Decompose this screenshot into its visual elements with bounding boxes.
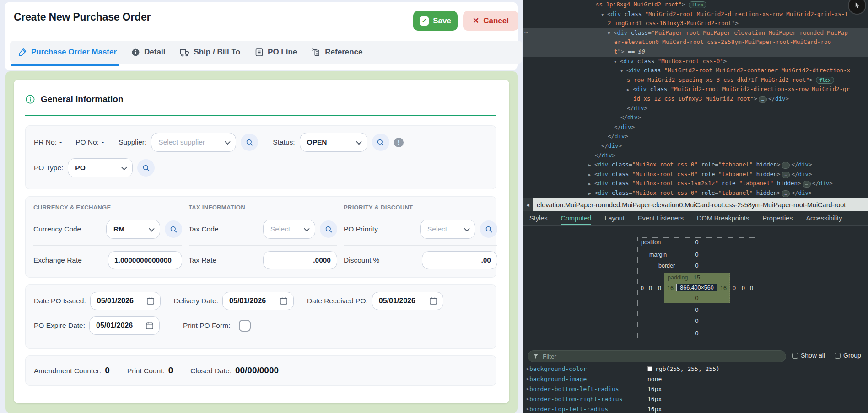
property-value: 16px [647,386,662,392]
tax-code-select[interactable]: Select [263,220,315,239]
property-name: background-image [529,375,587,382]
computed-property-row[interactable]: ▶background-colorrgb(255, 255, 255) [523,364,868,374]
tab-po-line[interactable]: PO Line [254,48,297,57]
property-value: none [647,375,662,382]
code-line[interactable]: ss-1pi8xg4-MuiGrid2-root">flex [523,0,868,10]
tree-arrow-icon[interactable]: ▶ [627,85,633,95]
code-line[interactable]: ▶<div class="MuiBox-root css-0" role="ta… [523,188,868,198]
code-line[interactable]: ▼<div class="MuiGrid2-root MuiGrid2-cont… [523,66,868,75]
tree-arrow-icon[interactable]: ▼ [601,10,607,20]
calendar-icon [145,321,154,330]
computed-property-row[interactable]: ▶border-bottom-left-radius16px [523,384,868,394]
info-circle-icon [25,94,35,104]
tree-arrow-icon[interactable]: ▶ [588,161,594,170]
devtools-tab-event-listeners[interactable]: Event Listeners [638,211,684,225]
tab-detail[interactable]: Detail [131,48,165,57]
computed-property-row[interactable]: ▶border-top-left-radius16px [523,404,868,413]
code-line[interactable]: ▶<div class="MuiGrid2-root MuiGrid2-dire… [523,85,868,94]
tree-arrow-icon[interactable]: ▶ [588,170,594,180]
tree-arrow-icon[interactable]: ▼ [608,29,614,38]
priority-search-button[interactable] [480,220,497,238]
supplier-label: Supplier: [119,138,146,146]
section-title: General Information [41,94,124,104]
code-line[interactable]: s-row MuiGrid2-spacing-xs-3 css-dkd71f-M… [523,75,868,85]
code-line[interactable]: </div> [523,132,868,141]
code-line[interactable]: </div> [523,123,868,132]
expand-arrow-icon[interactable]: ▶ [523,367,529,371]
po-type-select[interactable]: PO [68,158,133,177]
devtools-tab-accessibility[interactable]: Accessibility [806,211,842,225]
code-line[interactable]: </div> [523,141,868,151]
code-line[interactable]: </div> [523,104,868,113]
devtools-tab-dom-breakpoints[interactable]: DOM Breakpoints [697,211,749,225]
code-line[interactable]: ▼<div class="MuiBox-root css-0"> [523,57,868,66]
tree-arrow-icon[interactable]: ▼ [614,57,620,67]
status-label: Status: [273,138,295,146]
code-line[interactable]: </div> [523,113,868,123]
devtools-tab-properties[interactable]: Properties [762,211,793,225]
po-priority-select[interactable]: Select [420,220,475,239]
code-line[interactable]: t"> == $0 [523,47,868,57]
tab-reference[interactable]: Reference [311,47,362,57]
po-type-search-button[interactable] [137,159,155,177]
expand-arrow-icon[interactable]: ▶ [523,407,529,411]
devtools-tab-layout[interactable]: Layout [604,211,625,225]
code-line[interactable]: id-xs-12 css-16fnxy3-MuiGrid2-root">…</d… [523,94,868,104]
computed-property-row[interactable]: ▶border-bottom-right-radius16px [523,394,868,404]
tree-arrow-icon[interactable]: ▶ [588,189,594,198]
exchange-rate-label: Exchange Rate [33,256,82,264]
date-po-issued-input[interactable]: 05/01/2026 [90,292,161,310]
breadcrumb: elevation.MuiPaper-rounded.MuiPaper-elev… [533,201,846,209]
computed-property-row[interactable]: ▶background-imagenone [523,374,868,384]
code-line[interactable]: er-elevation0 MuiCard-root css-2s58ym-Mu… [523,38,868,47]
devtools-elements-tree[interactable]: ss-1pi8xg4-MuiGrid2-root">flex▼<div clas… [523,0,868,198]
status-select[interactable]: OPEN [300,133,367,152]
group-checkbox[interactable]: Group [835,352,861,359]
date-received-po-input[interactable]: 05/01/2026 [372,292,443,310]
box-model-position-ring: position 0 0 0 0 margin 0 0 0 0 border 0… [637,237,756,338]
filter-input[interactable] [528,350,786,362]
amendment-counter-label: Amendment Counter: [34,367,101,375]
print-po-form-label: Print PO Form: [183,322,230,330]
tax-search-button[interactable] [320,220,337,238]
tree-arrow-icon[interactable]: ▼ [620,66,626,76]
property-value: 16px [647,406,662,413]
supplier-search-button[interactable] [241,134,258,151]
search-icon [169,225,178,234]
tree-arrow-icon[interactable]: ▶ [588,179,594,189]
currency-code-select[interactable]: RM [106,220,160,239]
expand-arrow-icon[interactable]: ▶ [523,387,529,391]
purchase-order-app: Create New Purchase Order ✓ Save ✕ Cance… [0,0,523,413]
code-line[interactable]: ▶<div class="MuiBox-root css-1sm2s1z" ro… [523,179,868,188]
show-all-checkbox[interactable]: Show all [792,352,825,359]
tab-ship-bill-to[interactable]: Ship / Bill To [179,47,240,58]
tax-rate-label: Tax Rate [189,256,216,264]
expand-arrow-icon[interactable]: ▶ [523,397,529,401]
breadcrumb-back-button[interactable]: ◀ [523,198,533,211]
devtools-tab-computed[interactable]: Computed [561,211,592,225]
currency-search-button[interactable] [165,220,182,238]
code-line[interactable]: ▶<div class="MuiBox-root css-0" role="ta… [523,160,868,170]
expand-arrow-icon[interactable]: ▶ [523,377,529,381]
code-line[interactable]: ▶<div class="MuiBox-root css-0" role="ta… [523,170,868,179]
code-line[interactable]: ⋯▼<div class="MuiPaper-root MuiPaper-ele… [523,28,868,38]
exchange-rate-input[interactable]: 1.0000000000000 [108,251,182,269]
status-search-button[interactable] [372,134,389,151]
code-line[interactable]: </div> [523,151,868,161]
tab-purchase-order-master[interactable]: Purchase Order Master [17,47,117,57]
devtools-tab-styles[interactable]: Styles [529,211,548,225]
print-count-label: Print Count: [127,367,165,375]
box-model-content: 866.400×560 [676,284,717,291]
po-expire-date-input[interactable]: 05/01/2026 [89,316,160,335]
cancel-button[interactable]: ✕ Cancel [463,11,518,31]
more-actions-icon[interactable]: ⋯ [524,28,528,38]
code-line[interactable]: ▼<div class="MuiGrid2-root MuiGrid2-dire… [523,10,868,19]
search-icon [485,225,493,234]
discount-input[interactable]: .00 [422,251,497,269]
print-po-form-checkbox[interactable] [239,320,251,332]
supplier-select[interactable]: Select supplier [151,133,236,152]
code-line[interactable]: 2 imgGird1 css-16fnxy3-MuiGrid2-root"> [523,19,868,28]
delivery-date-input[interactable]: 05/01/2026 [222,292,294,310]
tax-rate-input[interactable]: .0000 [263,251,337,269]
save-button[interactable]: ✓ Save [413,11,458,31]
